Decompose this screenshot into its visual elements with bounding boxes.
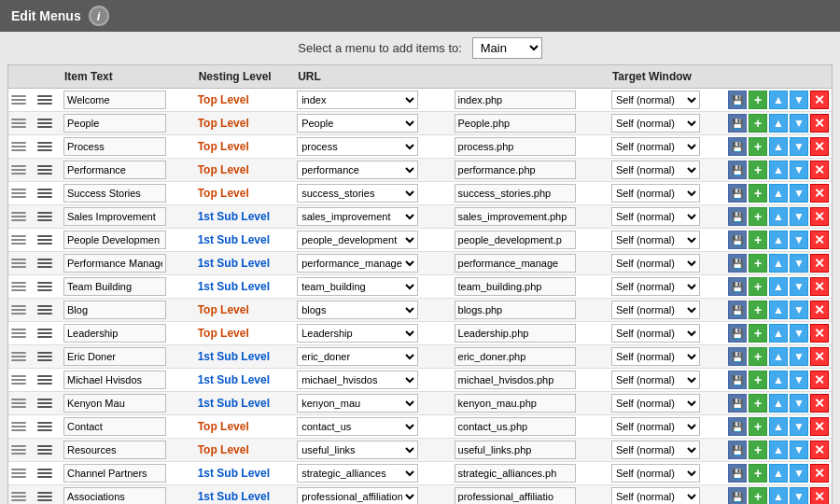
delete-button[interactable]: ✕ [810, 394, 829, 413]
move-up-button[interactable]: ▲ [769, 441, 788, 459]
add-button[interactable]: + [749, 91, 767, 109]
url-slug-select[interactable]: performance_management [297, 254, 418, 273]
url-slug-select[interactable]: people_development [297, 231, 418, 249]
delete-button[interactable]: ✕ [810, 184, 829, 203]
move-up-button[interactable]: ▲ [769, 161, 788, 179]
item-text-input[interactable] [63, 161, 166, 179]
url-file-input[interactable] [455, 91, 576, 109]
move-down-button[interactable]: ▼ [790, 394, 808, 413]
url-file-input[interactable] [455, 417, 576, 436]
url-file-input[interactable] [455, 207, 576, 226]
add-button[interactable]: + [749, 324, 767, 343]
target-window-select[interactable]: Self (normal) New Window Parent Frame [611, 207, 700, 226]
move-up-button[interactable]: ▲ [769, 394, 788, 413]
add-button[interactable]: + [749, 464, 767, 483]
move-up-button[interactable]: ▲ [769, 301, 788, 319]
url-slug-select[interactable]: eric_doner [297, 347, 418, 366]
target-window-select[interactable]: Self (normal) New Window Parent Frame [611, 301, 700, 319]
url-slug-select[interactable]: blogs [297, 301, 418, 319]
move-up-button[interactable]: ▲ [769, 277, 788, 296]
save-button[interactable]: 💾 [728, 301, 747, 319]
delete-button[interactable]: ✕ [810, 347, 829, 366]
drag-handle[interactable] [11, 189, 32, 198]
delete-button[interactable]: ✕ [810, 371, 829, 389]
url-file-input[interactable] [455, 161, 576, 179]
add-button[interactable]: + [749, 441, 767, 459]
add-button[interactable]: + [749, 114, 767, 133]
save-button[interactable]: 💾 [728, 277, 747, 296]
move-down-button[interactable]: ▼ [790, 301, 808, 319]
item-text-input[interactable] [63, 324, 166, 343]
move-up-button[interactable]: ▲ [769, 137, 788, 156]
url-slug-select[interactable]: michael_hvisdos [297, 371, 418, 389]
drag-handle2[interactable] [37, 329, 58, 338]
target-window-select[interactable]: Self (normal) New Window Parent Frame [611, 184, 700, 203]
target-window-select[interactable]: Self (normal) New Window Parent Frame [611, 417, 700, 436]
add-button[interactable]: + [749, 301, 767, 319]
save-button[interactable]: 💾 [728, 184, 747, 203]
url-file-input[interactable] [455, 324, 576, 343]
move-up-button[interactable]: ▲ [769, 487, 788, 504]
url-slug-select[interactable]: index [297, 91, 418, 109]
drag-handle[interactable] [11, 375, 32, 385]
url-file-input[interactable] [455, 277, 576, 296]
url-file-input[interactable] [455, 371, 576, 389]
save-button[interactable]: 💾 [728, 324, 747, 343]
save-button[interactable]: 💾 [728, 394, 747, 413]
move-up-button[interactable]: ▲ [769, 324, 788, 343]
add-button[interactable]: + [749, 487, 767, 504]
target-window-select[interactable]: Self (normal) New Window Parent Frame [611, 91, 700, 109]
drag-handle2[interactable] [37, 142, 58, 151]
move-up-button[interactable]: ▲ [769, 114, 788, 133]
item-text-input[interactable] [63, 207, 166, 226]
item-text-input[interactable] [63, 231, 166, 249]
drag-handle[interactable] [11, 469, 32, 478]
url-file-input[interactable] [455, 441, 576, 459]
item-text-input[interactable] [63, 184, 166, 203]
delete-button[interactable]: ✕ [810, 441, 829, 459]
item-text-input[interactable] [63, 114, 166, 133]
drag-handle[interactable] [11, 259, 32, 268]
drag-handle[interactable] [11, 119, 32, 128]
target-window-select[interactable]: Self (normal) New Window Parent Frame [611, 324, 700, 343]
move-up-button[interactable]: ▲ [769, 371, 788, 389]
delete-button[interactable]: ✕ [810, 487, 829, 504]
url-file-input[interactable] [455, 184, 576, 203]
drag-handle[interactable] [11, 492, 32, 501]
target-window-select[interactable]: Self (normal) New Window Parent Frame [611, 347, 700, 366]
target-window-select[interactable]: Self (normal) New Window Parent Frame [611, 137, 700, 156]
add-button[interactable]: + [749, 231, 767, 249]
drag-handle2[interactable] [37, 492, 58, 501]
save-button[interactable]: 💾 [728, 371, 747, 389]
move-down-button[interactable]: ▼ [790, 91, 808, 109]
item-text-input[interactable] [63, 394, 166, 413]
target-window-select[interactable]: Self (normal) New Window Parent Frame [611, 441, 700, 459]
drag-handle[interactable] [11, 142, 32, 151]
save-button[interactable]: 💾 [728, 254, 747, 273]
url-slug-select[interactable]: process [297, 137, 418, 156]
move-down-button[interactable]: ▼ [790, 114, 808, 133]
save-button[interactable]: 💾 [728, 441, 747, 459]
move-up-button[interactable]: ▲ [769, 417, 788, 436]
delete-button[interactable]: ✕ [810, 324, 829, 343]
target-window-select[interactable]: Self (normal) New Window Parent Frame [611, 114, 700, 133]
drag-handle[interactable] [11, 282, 32, 291]
move-down-button[interactable]: ▼ [790, 487, 808, 504]
drag-handle2[interactable] [37, 189, 58, 198]
item-text-input[interactable] [63, 464, 166, 483]
move-down-button[interactable]: ▼ [790, 184, 808, 203]
delete-button[interactable]: ✕ [810, 207, 829, 226]
target-window-select[interactable]: Self (normal) New Window Parent Frame [611, 277, 700, 296]
move-up-button[interactable]: ▲ [769, 184, 788, 203]
save-button[interactable]: 💾 [728, 464, 747, 483]
drag-handle[interactable] [11, 95, 32, 105]
url-file-input[interactable] [455, 487, 576, 504]
drag-handle2[interactable] [37, 119, 58, 128]
url-slug-select[interactable]: sales_improvement [297, 207, 418, 226]
move-down-button[interactable]: ▼ [790, 347, 808, 366]
url-file-input[interactable] [455, 137, 576, 156]
drag-handle[interactable] [11, 399, 32, 408]
drag-handle[interactable] [11, 305, 32, 315]
item-text-input[interactable] [63, 371, 166, 389]
drag-handle[interactable] [11, 212, 32, 221]
